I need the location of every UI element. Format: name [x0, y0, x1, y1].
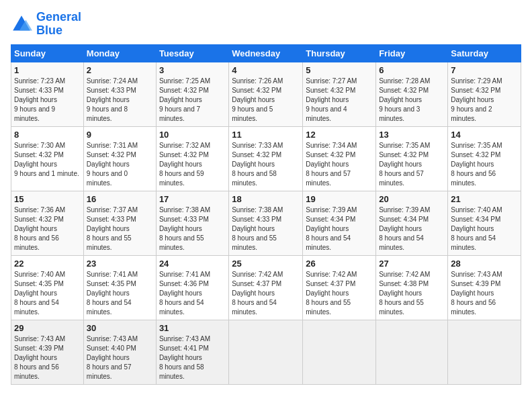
day-info: Sunrise: 7:43 AM Sunset: 4:39 PM Dayligh…: [14, 334, 81, 381]
day-number: 29: [14, 323, 81, 333]
weekday-header: Saturday: [448, 44, 521, 62]
calendar-day-cell: 16 Sunrise: 7:37 AM Sunset: 4:33 PM Dayl…: [83, 191, 156, 255]
day-info: Sunrise: 7:29 AM Sunset: 4:32 PM Dayligh…: [451, 77, 518, 124]
day-info: Sunrise: 7:30 AM Sunset: 4:32 PM Dayligh…: [14, 141, 81, 179]
day-number: 9: [87, 130, 153, 140]
day-info: Sunrise: 7:42 AM Sunset: 4:37 PM Dayligh…: [232, 270, 300, 317]
calendar-day-cell: 11 Sunrise: 7:33 AM Sunset: 4:32 PM Dayl…: [229, 126, 303, 191]
logo: General Blue: [11, 11, 81, 38]
day-info: Sunrise: 7:43 AM Sunset: 4:40 PM Dayligh…: [87, 334, 153, 381]
calendar-day-cell: 31 Sunrise: 7:43 AM Sunset: 4:41 PM Dayl…: [156, 320, 228, 384]
calendar-day-cell: 22 Sunrise: 7:40 AM Sunset: 4:35 PM Dayl…: [11, 255, 84, 320]
weekday-header: Tuesday: [156, 44, 228, 62]
day-info: Sunrise: 7:27 AM Sunset: 4:32 PM Dayligh…: [306, 77, 373, 124]
day-info: Sunrise: 7:42 AM Sunset: 4:38 PM Dayligh…: [379, 270, 445, 317]
calendar-day-cell: [448, 320, 521, 384]
day-number: 25: [232, 259, 300, 269]
day-number: 4: [232, 65, 300, 75]
day-info: Sunrise: 7:31 AM Sunset: 4:32 PM Dayligh…: [87, 141, 153, 188]
day-number: 28: [451, 259, 518, 269]
calendar-week-row: 15 Sunrise: 7:36 AM Sunset: 4:32 PM Dayl…: [11, 191, 521, 255]
calendar-day-cell: 20 Sunrise: 7:39 AM Sunset: 4:34 PM Dayl…: [376, 191, 448, 255]
day-number: 27: [379, 259, 445, 269]
calendar-day-cell: 8 Sunrise: 7:30 AM Sunset: 4:32 PM Dayli…: [11, 126, 84, 191]
day-info: Sunrise: 7:33 AM Sunset: 4:32 PM Dayligh…: [232, 141, 300, 188]
day-number: 6: [379, 65, 445, 75]
logo-text: General Blue: [36, 11, 81, 38]
day-number: 11: [232, 130, 300, 140]
day-number: 12: [306, 130, 373, 140]
day-number: 13: [379, 130, 445, 140]
calendar-day-cell: 2 Sunrise: 7:24 AM Sunset: 4:33 PM Dayli…: [83, 62, 156, 126]
day-number: 14: [451, 130, 518, 140]
calendar-day-cell: 14 Sunrise: 7:35 AM Sunset: 4:32 PM Dayl…: [448, 126, 521, 191]
day-number: 1: [14, 65, 81, 75]
day-info: Sunrise: 7:43 AM Sunset: 4:39 PM Dayligh…: [451, 270, 518, 317]
day-info: Sunrise: 7:28 AM Sunset: 4:32 PM Dayligh…: [379, 77, 445, 124]
calendar-day-cell: 24 Sunrise: 7:41 AM Sunset: 4:36 PM Dayl…: [156, 255, 228, 320]
calendar-day-cell: 5 Sunrise: 7:27 AM Sunset: 4:32 PM Dayli…: [303, 62, 376, 126]
day-number: 17: [159, 194, 226, 204]
day-info: Sunrise: 7:35 AM Sunset: 4:32 PM Dayligh…: [379, 141, 445, 188]
calendar-day-cell: 15 Sunrise: 7:36 AM Sunset: 4:32 PM Dayl…: [11, 191, 84, 255]
day-info: Sunrise: 7:40 AM Sunset: 4:35 PM Dayligh…: [14, 270, 81, 317]
day-info: Sunrise: 7:39 AM Sunset: 4:34 PM Dayligh…: [379, 205, 445, 253]
weekday-header: Friday: [376, 44, 448, 62]
calendar-day-cell: 26 Sunrise: 7:42 AM Sunset: 4:37 PM Dayl…: [303, 255, 376, 320]
day-info: Sunrise: 7:24 AM Sunset: 4:33 PM Dayligh…: [87, 77, 153, 124]
day-info: Sunrise: 7:38 AM Sunset: 4:33 PM Dayligh…: [159, 205, 226, 253]
day-number: 23: [87, 259, 153, 269]
day-info: Sunrise: 7:36 AM Sunset: 4:32 PM Dayligh…: [14, 205, 81, 253]
calendar-day-cell: 28 Sunrise: 7:43 AM Sunset: 4:39 PM Dayl…: [448, 255, 521, 320]
calendar-day-cell: 29 Sunrise: 7:43 AM Sunset: 4:39 PM Dayl…: [11, 320, 84, 384]
calendar-header-row: SundayMondayTuesdayWednesdayThursdayFrid…: [11, 44, 521, 62]
calendar-day-cell: 21 Sunrise: 7:40 AM Sunset: 4:34 PM Dayl…: [448, 191, 521, 255]
day-number: 2: [87, 65, 153, 75]
day-info: Sunrise: 7:38 AM Sunset: 4:33 PM Dayligh…: [232, 205, 300, 253]
day-number: 16: [87, 194, 153, 204]
day-info: Sunrise: 7:39 AM Sunset: 4:34 PM Dayligh…: [306, 205, 373, 253]
calendar-table: SundayMondayTuesdayWednesdayThursdayFrid…: [11, 44, 521, 385]
page-header: General Blue: [11, 11, 521, 38]
day-info: Sunrise: 7:26 AM Sunset: 4:32 PM Dayligh…: [232, 77, 300, 124]
day-number: 20: [379, 194, 445, 204]
day-info: Sunrise: 7:23 AM Sunset: 4:33 PM Dayligh…: [14, 77, 81, 124]
calendar-day-cell: [229, 320, 303, 384]
day-info: Sunrise: 7:34 AM Sunset: 4:32 PM Dayligh…: [306, 141, 373, 188]
day-info: Sunrise: 7:25 AM Sunset: 4:32 PM Dayligh…: [159, 77, 226, 124]
calendar-day-cell: 19 Sunrise: 7:39 AM Sunset: 4:34 PM Dayl…: [303, 191, 376, 255]
day-number: 31: [159, 323, 226, 333]
calendar-week-row: 8 Sunrise: 7:30 AM Sunset: 4:32 PM Dayli…: [11, 126, 521, 191]
day-info: Sunrise: 7:40 AM Sunset: 4:34 PM Dayligh…: [451, 205, 518, 253]
day-number: 22: [14, 259, 81, 269]
calendar-day-cell: [303, 320, 376, 384]
weekday-header: Wednesday: [229, 44, 303, 62]
day-number: 18: [232, 194, 300, 204]
calendar-day-cell: 17 Sunrise: 7:38 AM Sunset: 4:33 PM Dayl…: [156, 191, 228, 255]
day-info: Sunrise: 7:32 AM Sunset: 4:32 PM Dayligh…: [159, 141, 226, 188]
weekday-header: Sunday: [11, 44, 84, 62]
page-container: General Blue SundayMondayTuesdayWednesda…: [0, 0, 532, 411]
calendar-day-cell: 12 Sunrise: 7:34 AM Sunset: 4:32 PM Dayl…: [303, 126, 376, 191]
day-number: 19: [306, 194, 373, 204]
day-number: 15: [14, 194, 81, 204]
day-number: 10: [159, 130, 226, 140]
day-number: 5: [306, 65, 373, 75]
day-number: 8: [14, 130, 81, 140]
calendar-day-cell: 25 Sunrise: 7:42 AM Sunset: 4:37 PM Dayl…: [229, 255, 303, 320]
day-number: 30: [87, 323, 153, 333]
calendar-day-cell: 3 Sunrise: 7:25 AM Sunset: 4:32 PM Dayli…: [156, 62, 228, 126]
calendar-day-cell: 6 Sunrise: 7:28 AM Sunset: 4:32 PM Dayli…: [376, 62, 448, 126]
calendar-day-cell: 13 Sunrise: 7:35 AM Sunset: 4:32 PM Dayl…: [376, 126, 448, 191]
day-info: Sunrise: 7:42 AM Sunset: 4:37 PM Dayligh…: [306, 270, 373, 317]
calendar-day-cell: 4 Sunrise: 7:26 AM Sunset: 4:32 PM Dayli…: [229, 62, 303, 126]
day-number: 24: [159, 259, 226, 269]
calendar-week-row: 29 Sunrise: 7:43 AM Sunset: 4:39 PM Dayl…: [11, 320, 521, 384]
calendar-day-cell: 9 Sunrise: 7:31 AM Sunset: 4:32 PM Dayli…: [83, 126, 156, 191]
day-info: Sunrise: 7:41 AM Sunset: 4:36 PM Dayligh…: [159, 270, 226, 317]
day-number: 21: [451, 194, 518, 204]
day-info: Sunrise: 7:43 AM Sunset: 4:41 PM Dayligh…: [159, 334, 226, 381]
day-number: 7: [451, 65, 518, 75]
day-number: 26: [306, 259, 373, 269]
weekday-header: Monday: [83, 44, 156, 62]
